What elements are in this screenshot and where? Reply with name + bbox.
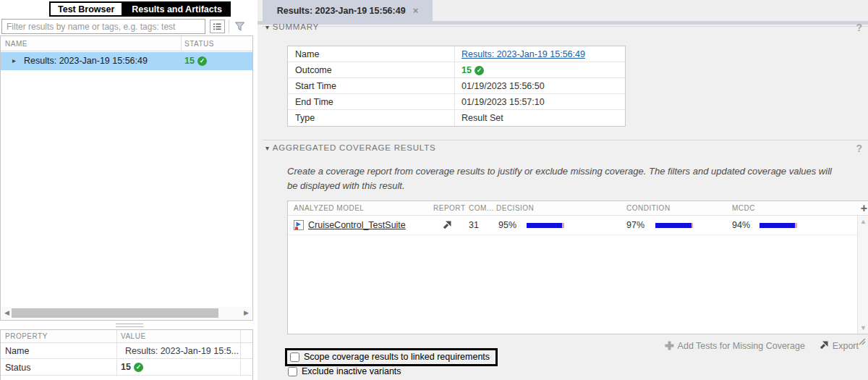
summary-label: Type [295,113,315,123]
filter-button[interactable] [232,20,247,33]
condition-coverage-bar [655,223,693,228]
summary-row-start-time: Start Time 01/19/2023 15:56:50 [288,78,625,94]
tree-horizontal-scrollbar[interactable]: ◀ ▶ [1,307,252,319]
analyzed-model-link[interactable]: CruiseControl_TestSuite [308,220,406,230]
mcdc-percent: 94% [732,220,750,230]
property-label: Name [5,346,29,356]
toolbar-separator [229,20,229,33]
coverage-table: ANALYZED MODEL REPORT COM... DECISION CO… [287,200,868,334]
scope-coverage-checkbox[interactable] [290,352,299,362]
property-table: PROPERTY VALUE Name Results: 2023-Jan-19… [0,329,253,380]
scrollbar-thumb[interactable] [12,308,218,318]
summary-value: 01/19/2023 15:57:10 [461,97,545,107]
report-icon[interactable] [441,220,452,234]
column-divider [181,36,182,51]
property-row-status[interactable]: Status 15 ✓ [1,360,252,376]
coverage-table-header: ANALYZED MODEL REPORT COM... DECISION CO… [288,201,868,216]
export-button[interactable]: Export [818,340,859,351]
summary-help-icon[interactable]: ? [856,22,862,33]
filter-results-input[interactable] [1,19,205,34]
exclude-variants-checkbox-row: Exclude inactive variants [288,366,401,376]
column-divider [116,343,117,358]
result-set-status: 15 ✓ [184,56,207,66]
column-analyzed-model: ANALYZED MODEL [294,204,364,212]
outcome-value: 15 ✓ [461,65,484,75]
summary-row-end-time: End Time 01/19/2023 15:57:10 [288,94,625,110]
summary-row-outcome: Outcome 15 ✓ [288,62,625,78]
summary-value: 01/19/2023 15:56:50 [461,81,545,91]
summary-row-name: Name Results: 2023-Jan-19 15:56:49 [288,46,625,62]
scope-coverage-checkbox-row: Scope coverage results to linked require… [285,348,498,366]
property-status-value: 15 ✓ [121,362,143,372]
pass-check-icon: ✓ [134,363,143,372]
close-tab-icon[interactable]: × [413,5,419,16]
column-divider [240,330,241,342]
tab-test-browser[interactable]: Test Browser [49,1,123,17]
column-status: STATUS [184,40,214,48]
saved-filters-button[interactable] [210,20,225,33]
column-name: NAME [5,40,27,48]
coverage-description: Create a coverage report from coverage r… [287,164,844,193]
test-manager-window: Test Browser Results and Artifacts [0,0,868,380]
scroll-up-icon[interactable]: ▲ [860,218,867,225]
summary-label: Outcome [295,65,332,75]
column-report: REPORT [433,204,466,212]
column-decision: DECISION [496,204,534,212]
expand-icon[interactable]: ▸ [12,56,16,64]
summary-label: Name [295,49,319,59]
collapse-icon[interactable]: ▾ [265,23,270,31]
tree-header: NAME STATUS [1,36,252,51]
browser-panel: Test Browser Results and Artifacts [0,0,258,380]
pass-check-icon: ✓ [475,66,484,75]
column-divider [454,46,455,62]
document-tabstrip: Results: 2023-Jan-19 15:56:49 × [258,0,868,21]
add-tests-button[interactable]: Add Tests for Missing Coverage [665,341,805,351]
tabstrip-band [258,21,868,25]
exclude-variants-checkbox[interactable] [288,367,297,376]
coverage-section-header[interactable]: ▾AGGREGATED COVERAGE RESULTS [265,143,436,152]
scroll-left-icon[interactable]: ◀ [4,309,9,316]
pass-check-icon: ✓ [197,56,207,66]
result-set-link[interactable]: Results: 2023-Jan-19 15:56:49 [461,49,585,59]
funnel-icon [234,21,245,32]
tab-results-and-artifacts[interactable]: Results and Artifacts [123,1,231,17]
export-icon [818,340,829,351]
scroll-down-icon[interactable]: ▼ [860,324,867,332]
column-divider [116,330,117,342]
column-property: PROPERTY [5,332,48,340]
panel-tabs: Test Browser Results and Artifacts [49,1,231,17]
filter-toolbar [1,19,256,34]
scope-coverage-label: Scope coverage results to linked require… [304,352,490,362]
mcdc-coverage-bar [760,223,797,228]
column-value: VALUE [121,332,146,340]
decision-percent: 95% [498,220,516,230]
summary-value: Result Set [461,113,503,123]
property-table-header: PROPERTY VALUE [1,330,252,343]
results-tree: NAME STATUS ▸ Results: 2023-Jan-19 15:56… [0,35,253,321]
collapse-icon[interactable]: ▾ [265,144,270,152]
panel-splitter-handle[interactable] [116,324,143,327]
coverage-help-icon[interactable]: ? [856,143,862,154]
model-icon [293,219,305,234]
property-row-name[interactable]: Name Results: 2023-Jan-19 15:5... [1,343,252,359]
scroll-right-icon[interactable]: ▶ [244,309,249,316]
result-set-row[interactable]: ▸ Results: 2023-Jan-19 15:56:49 15 ✓ [1,52,252,70]
summary-section-header[interactable]: ▾SUMMARY [265,22,319,31]
column-divider [454,94,455,109]
property-label: Status [5,363,30,373]
summary-table: Name Results: 2023-Jan-19 15:56:49 Outco… [287,46,626,127]
result-set-name: Results: 2023-Jan-19 15:56:49 [24,56,148,66]
summary-label: Start Time [295,81,336,91]
plus-icon [665,341,674,350]
column-divider [116,360,117,375]
coverage-vertical-scrollbar[interactable]: ▲ ▼ [857,216,868,334]
list-icon [213,22,222,31]
exclude-variants-label: Exclude inactive variants [302,366,401,376]
results-document-tab[interactable]: Results: 2023-Jan-19 15:56:49 × [263,0,433,21]
coverage-row[interactable]: CruiseControl_TestSuite 31 95% 97% [288,216,857,235]
column-divider [240,343,241,358]
section-divider [263,140,868,140]
add-column-icon[interactable]: + [861,202,867,215]
summary-row-type: Type Result Set [288,110,625,126]
column-divider [454,110,455,126]
